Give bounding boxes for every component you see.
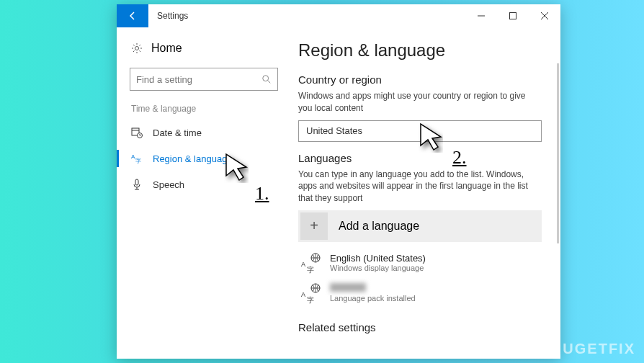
window-title: Settings bbox=[157, 11, 188, 21]
region-language-icon: A字 bbox=[131, 153, 143, 164]
svg-point-5 bbox=[263, 76, 269, 81]
microphone-icon bbox=[131, 179, 143, 190]
watermark: UGETFIX bbox=[563, 341, 635, 357]
add-language-button[interactable]: + Add a language bbox=[298, 210, 542, 242]
callout-2: 2. bbox=[452, 147, 467, 169]
minimize-button[interactable] bbox=[465, 4, 497, 27]
main-panel: Region & language Country or region Wind… bbox=[291, 27, 560, 359]
add-language-label: Add a language bbox=[339, 220, 419, 233]
maximize-icon bbox=[509, 12, 516, 19]
svg-rect-12 bbox=[135, 179, 138, 185]
close-button[interactable] bbox=[529, 4, 560, 27]
country-desc: Windows and apps might use your country … bbox=[298, 90, 542, 115]
home-label: Home bbox=[151, 42, 182, 55]
svg-text:A: A bbox=[301, 261, 305, 268]
nav-label: Date & time bbox=[153, 127, 202, 138]
titlebar: Settings bbox=[117, 4, 560, 27]
language-name: English (United States) bbox=[330, 253, 426, 264]
svg-line-6 bbox=[268, 81, 271, 84]
search-input[interactable] bbox=[136, 74, 261, 85]
search-box[interactable] bbox=[130, 68, 278, 91]
nav-date-time[interactable]: Date & time bbox=[117, 120, 291, 145]
languages-desc: You can type in any language you add to … bbox=[298, 169, 542, 205]
svg-text:字: 字 bbox=[307, 296, 314, 304]
gear-icon bbox=[131, 42, 143, 54]
language-sub: Windows display language bbox=[330, 264, 426, 272]
content-area: Home Time & language Date & time A字 Regi… bbox=[117, 27, 560, 359]
category-title: Time & language bbox=[131, 104, 277, 114]
svg-text:字: 字 bbox=[135, 158, 141, 164]
nav-label: Region & language bbox=[153, 153, 233, 164]
section-country: Country or region bbox=[298, 73, 542, 86]
home-button[interactable]: Home bbox=[117, 36, 291, 60]
language-item[interactable]: A字 Language pack installed bbox=[298, 278, 542, 308]
language-name bbox=[330, 283, 416, 294]
minimize-icon bbox=[478, 12, 485, 19]
section-related: Related settings bbox=[298, 321, 542, 333]
language-sub: Language pack installed bbox=[330, 294, 416, 302]
svg-text:A: A bbox=[301, 291, 305, 298]
country-dropdown[interactable]: United States bbox=[298, 120, 542, 142]
nav-region-language[interactable]: A字 Region & language bbox=[117, 145, 291, 171]
maximize-button[interactable] bbox=[497, 4, 529, 27]
country-value: United States bbox=[306, 125, 362, 136]
svg-text:字: 字 bbox=[307, 266, 314, 274]
svg-rect-1 bbox=[510, 13, 516, 19]
scrollbar[interactable] bbox=[557, 63, 559, 243]
language-globe-icon: A字 bbox=[300, 252, 321, 274]
section-languages: Languages bbox=[298, 152, 542, 164]
calendar-clock-icon bbox=[131, 127, 143, 138]
svg-point-4 bbox=[135, 47, 139, 50]
settings-window: Settings Home Time & language Date & tim… bbox=[117, 4, 560, 359]
language-globe-icon: A字 bbox=[300, 282, 321, 304]
search-icon bbox=[261, 74, 272, 84]
back-button[interactable] bbox=[117, 4, 148, 27]
page-heading: Region & language bbox=[298, 40, 542, 60]
nav-label: Speech bbox=[153, 179, 184, 190]
close-icon bbox=[541, 12, 548, 19]
language-item[interactable]: A字 English (United States) Windows displ… bbox=[298, 248, 542, 278]
callout-1: 1. bbox=[255, 183, 269, 205]
arrow-left-icon bbox=[127, 10, 138, 22]
plus-icon: + bbox=[300, 212, 328, 240]
window-controls bbox=[465, 4, 560, 27]
